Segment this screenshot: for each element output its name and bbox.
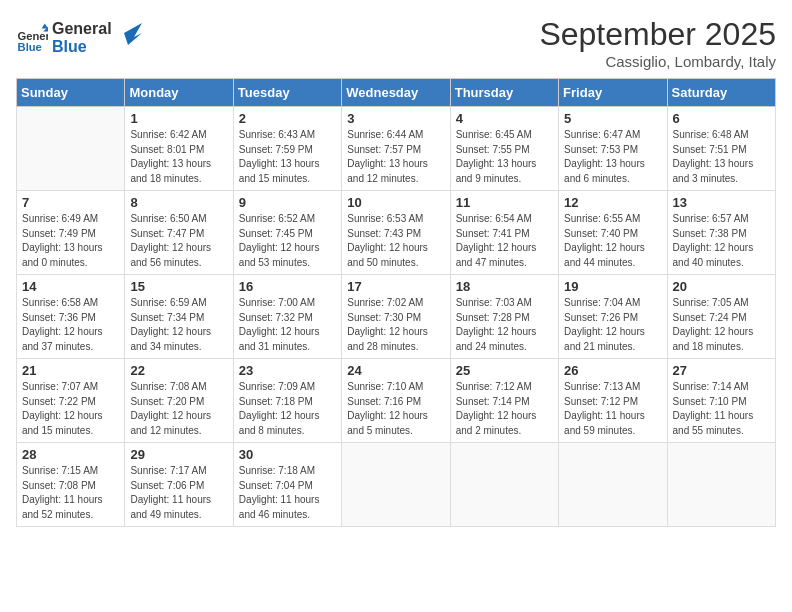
svg-marker-4 <box>124 23 142 45</box>
calendar-cell: 7Sunrise: 6:49 AMSunset: 7:49 PMDaylight… <box>17 191 125 275</box>
calendar-cell: 5Sunrise: 6:47 AMSunset: 7:53 PMDaylight… <box>559 107 667 191</box>
day-number: 17 <box>347 279 444 294</box>
day-info: Sunrise: 7:02 AMSunset: 7:30 PMDaylight:… <box>347 296 444 354</box>
calendar-day-header: Friday <box>559 79 667 107</box>
day-info: Sunrise: 7:14 AMSunset: 7:10 PMDaylight:… <box>673 380 770 438</box>
calendar-cell: 25Sunrise: 7:12 AMSunset: 7:14 PMDayligh… <box>450 359 558 443</box>
day-info: Sunrise: 7:18 AMSunset: 7:04 PMDaylight:… <box>239 464 336 522</box>
calendar-cell <box>559 443 667 527</box>
day-info: Sunrise: 6:43 AMSunset: 7:59 PMDaylight:… <box>239 128 336 186</box>
day-info: Sunrise: 6:50 AMSunset: 7:47 PMDaylight:… <box>130 212 227 270</box>
day-info: Sunrise: 6:44 AMSunset: 7:57 PMDaylight:… <box>347 128 444 186</box>
calendar-cell: 14Sunrise: 6:58 AMSunset: 7:36 PMDayligh… <box>17 275 125 359</box>
calendar-cell: 23Sunrise: 7:09 AMSunset: 7:18 PMDayligh… <box>233 359 341 443</box>
day-number: 1 <box>130 111 227 126</box>
day-info: Sunrise: 6:54 AMSunset: 7:41 PMDaylight:… <box>456 212 553 270</box>
day-info: Sunrise: 7:05 AMSunset: 7:24 PMDaylight:… <box>673 296 770 354</box>
day-info: Sunrise: 7:08 AMSunset: 7:20 PMDaylight:… <box>130 380 227 438</box>
calendar-cell: 17Sunrise: 7:02 AMSunset: 7:30 PMDayligh… <box>342 275 450 359</box>
calendar-cell <box>667 443 775 527</box>
calendar-cell: 2Sunrise: 6:43 AMSunset: 7:59 PMDaylight… <box>233 107 341 191</box>
calendar-cell: 13Sunrise: 6:57 AMSunset: 7:38 PMDayligh… <box>667 191 775 275</box>
calendar-week-row: 28Sunrise: 7:15 AMSunset: 7:08 PMDayligh… <box>17 443 776 527</box>
calendar-cell: 22Sunrise: 7:08 AMSunset: 7:20 PMDayligh… <box>125 359 233 443</box>
page-header: General Blue General Blue September 2025… <box>16 16 776 70</box>
calendar-cell <box>342 443 450 527</box>
calendar-cell: 28Sunrise: 7:15 AMSunset: 7:08 PMDayligh… <box>17 443 125 527</box>
calendar-cell: 9Sunrise: 6:52 AMSunset: 7:45 PMDaylight… <box>233 191 341 275</box>
calendar-week-row: 14Sunrise: 6:58 AMSunset: 7:36 PMDayligh… <box>17 275 776 359</box>
calendar-cell: 8Sunrise: 6:50 AMSunset: 7:47 PMDaylight… <box>125 191 233 275</box>
day-number: 3 <box>347 111 444 126</box>
calendar-cell: 29Sunrise: 7:17 AMSunset: 7:06 PMDayligh… <box>125 443 233 527</box>
day-number: 26 <box>564 363 661 378</box>
day-number: 9 <box>239 195 336 210</box>
calendar-cell: 10Sunrise: 6:53 AMSunset: 7:43 PMDayligh… <box>342 191 450 275</box>
svg-text:Blue: Blue <box>18 40 42 52</box>
day-info: Sunrise: 6:42 AMSunset: 8:01 PMDaylight:… <box>130 128 227 186</box>
logo: General Blue General Blue <box>16 20 142 55</box>
day-info: Sunrise: 7:00 AMSunset: 7:32 PMDaylight:… <box>239 296 336 354</box>
calendar-week-row: 21Sunrise: 7:07 AMSunset: 7:22 PMDayligh… <box>17 359 776 443</box>
svg-marker-2 <box>42 23 48 28</box>
title-block: September 2025 Cassiglio, Lombardy, Ital… <box>539 16 776 70</box>
day-number: 18 <box>456 279 553 294</box>
calendar-cell: 18Sunrise: 7:03 AMSunset: 7:28 PMDayligh… <box>450 275 558 359</box>
calendar-week-row: 1Sunrise: 6:42 AMSunset: 8:01 PMDaylight… <box>17 107 776 191</box>
calendar-cell: 1Sunrise: 6:42 AMSunset: 8:01 PMDaylight… <box>125 107 233 191</box>
logo-blue: Blue <box>52 38 112 56</box>
logo-icon: General Blue <box>16 22 48 54</box>
day-number: 20 <box>673 279 770 294</box>
day-info: Sunrise: 7:03 AMSunset: 7:28 PMDaylight:… <box>456 296 553 354</box>
day-number: 24 <box>347 363 444 378</box>
day-number: 4 <box>456 111 553 126</box>
calendar-cell: 16Sunrise: 7:00 AMSunset: 7:32 PMDayligh… <box>233 275 341 359</box>
calendar-cell: 19Sunrise: 7:04 AMSunset: 7:26 PMDayligh… <box>559 275 667 359</box>
day-number: 19 <box>564 279 661 294</box>
day-info: Sunrise: 7:17 AMSunset: 7:06 PMDaylight:… <box>130 464 227 522</box>
calendar-day-header: Saturday <box>667 79 775 107</box>
day-number: 14 <box>22 279 119 294</box>
day-info: Sunrise: 7:15 AMSunset: 7:08 PMDaylight:… <box>22 464 119 522</box>
day-number: 30 <box>239 447 336 462</box>
location-subtitle: Cassiglio, Lombardy, Italy <box>539 53 776 70</box>
day-number: 12 <box>564 195 661 210</box>
day-number: 10 <box>347 195 444 210</box>
day-info: Sunrise: 7:04 AMSunset: 7:26 PMDaylight:… <box>564 296 661 354</box>
calendar-cell: 3Sunrise: 6:44 AMSunset: 7:57 PMDaylight… <box>342 107 450 191</box>
day-number: 29 <box>130 447 227 462</box>
day-info: Sunrise: 6:59 AMSunset: 7:34 PMDaylight:… <box>130 296 227 354</box>
month-year-title: September 2025 <box>539 16 776 53</box>
day-number: 7 <box>22 195 119 210</box>
day-number: 16 <box>239 279 336 294</box>
day-info: Sunrise: 7:09 AMSunset: 7:18 PMDaylight:… <box>239 380 336 438</box>
day-number: 22 <box>130 363 227 378</box>
day-info: Sunrise: 7:10 AMSunset: 7:16 PMDaylight:… <box>347 380 444 438</box>
day-number: 13 <box>673 195 770 210</box>
calendar-week-row: 7Sunrise: 6:49 AMSunset: 7:49 PMDaylight… <box>17 191 776 275</box>
day-info: Sunrise: 6:52 AMSunset: 7:45 PMDaylight:… <box>239 212 336 270</box>
calendar-cell <box>17 107 125 191</box>
calendar-cell: 30Sunrise: 7:18 AMSunset: 7:04 PMDayligh… <box>233 443 341 527</box>
calendar-day-header: Sunday <box>17 79 125 107</box>
calendar-cell: 15Sunrise: 6:59 AMSunset: 7:34 PMDayligh… <box>125 275 233 359</box>
day-number: 21 <box>22 363 119 378</box>
calendar-cell <box>450 443 558 527</box>
day-number: 8 <box>130 195 227 210</box>
day-number: 6 <box>673 111 770 126</box>
calendar-cell: 20Sunrise: 7:05 AMSunset: 7:24 PMDayligh… <box>667 275 775 359</box>
logo-general: General <box>52 20 112 38</box>
day-number: 28 <box>22 447 119 462</box>
day-number: 27 <box>673 363 770 378</box>
calendar-cell: 11Sunrise: 6:54 AMSunset: 7:41 PMDayligh… <box>450 191 558 275</box>
day-info: Sunrise: 6:49 AMSunset: 7:49 PMDaylight:… <box>22 212 119 270</box>
calendar-day-header: Wednesday <box>342 79 450 107</box>
day-number: 25 <box>456 363 553 378</box>
day-number: 23 <box>239 363 336 378</box>
day-info: Sunrise: 6:45 AMSunset: 7:55 PMDaylight:… <box>456 128 553 186</box>
day-number: 11 <box>456 195 553 210</box>
calendar-cell: 24Sunrise: 7:10 AMSunset: 7:16 PMDayligh… <box>342 359 450 443</box>
day-info: Sunrise: 6:57 AMSunset: 7:38 PMDaylight:… <box>673 212 770 270</box>
calendar-cell: 27Sunrise: 7:14 AMSunset: 7:10 PMDayligh… <box>667 359 775 443</box>
calendar-cell: 12Sunrise: 6:55 AMSunset: 7:40 PMDayligh… <box>559 191 667 275</box>
